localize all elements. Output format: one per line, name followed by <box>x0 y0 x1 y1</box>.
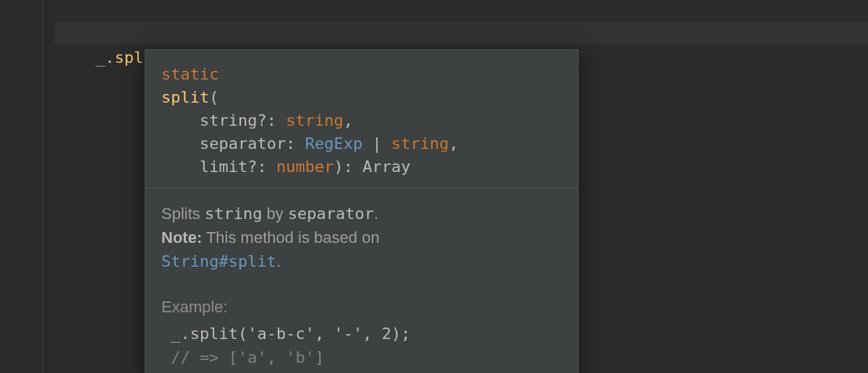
doc-summary-code2: separator <box>288 205 374 223</box>
signature-block: static split( string?: string, separator… <box>145 50 578 189</box>
param-limit-colon: : <box>257 158 276 176</box>
param-string-opt: ? <box>257 111 266 129</box>
param-limit-opt: ? <box>247 158 257 176</box>
param-separator-pipe: | <box>362 134 391 153</box>
param-separator-name: separator <box>200 134 286 153</box>
doc-example-label: Example: <box>161 295 562 319</box>
dot: . <box>105 48 114 67</box>
param-separator-comma: , <box>448 134 458 153</box>
sig-ret-type: Array <box>362 158 410 176</box>
doc-note-label: Note: <box>161 228 202 246</box>
doc-example-line2: // => ['a', 'b'] <box>161 348 324 366</box>
editor-gutter <box>0 0 43 373</box>
doc-example-line1: _.split('a-b-c', '-', 2); <box>161 325 410 343</box>
identifier-underscore: _ <box>95 48 105 67</box>
editor-area[interactable]: _.split( string: '1*2*3', separator: '*'… <box>43 0 868 373</box>
doc-summary: Splits string by separator. <box>161 202 562 226</box>
documentation-block: Splits string by separator. Note: This m… <box>145 189 578 373</box>
doc-note: Note: This method is based on <box>161 226 562 249</box>
param-string-type: string <box>286 111 343 129</box>
doc-note-link[interactable]: String#split <box>161 252 276 270</box>
code-line[interactable]: _.split( string: '1*2*3', separator: '*'… <box>54 22 868 45</box>
param-limit-type: number <box>276 158 333 176</box>
param-string-comma: , <box>344 111 353 129</box>
signature-fn-name: split <box>161 88 209 106</box>
param-separator-colon: : <box>286 134 305 153</box>
sig-ret-colon: : <box>344 158 363 176</box>
sig-paren-open: ( <box>209 88 218 106</box>
doc-summary-mid: by <box>262 205 287 223</box>
sig-paren-close: ) <box>333 158 343 176</box>
param-separator-type-regexp: RegExp <box>305 134 362 153</box>
doc-example-code: _.split('a-b-c', '-', 2); // => ['a', 'b… <box>161 322 562 369</box>
doc-summary-code1: string <box>205 205 262 223</box>
doc-note-link-end: . <box>276 252 281 270</box>
doc-summary-end: . <box>374 205 378 223</box>
doc-note-link-line: String#split. <box>161 249 562 273</box>
doc-note-text: This method is based on <box>202 228 379 246</box>
param-limit-name: limit <box>200 158 247 176</box>
param-separator-type-string: string <box>391 134 448 153</box>
keyword-static: static <box>161 65 218 83</box>
quick-doc-popup[interactable]: static split( string?: string, separator… <box>145 49 579 373</box>
param-string-name: string <box>200 111 257 129</box>
param-string-colon: : <box>267 111 286 129</box>
doc-summary-pre: Splits <box>161 205 205 223</box>
